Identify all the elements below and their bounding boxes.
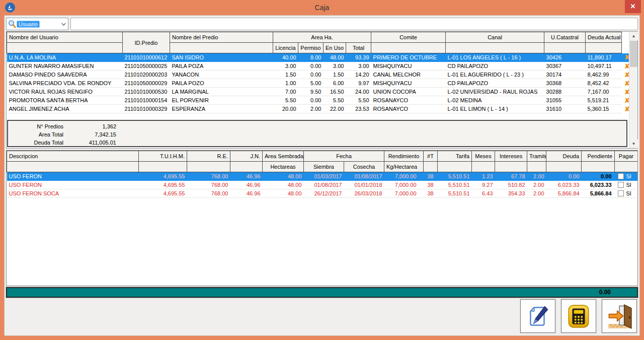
area-total: 23.53 bbox=[346, 105, 371, 113]
charge-meses: 9.27 bbox=[472, 181, 495, 189]
col-header-meses: Meses bbox=[472, 151, 495, 162]
users-table: Nombre del Usuario ID.Predio Nombre del … bbox=[7, 32, 633, 113]
predio-name: SAN ISIDRO bbox=[170, 53, 273, 62]
pagar-checkbox[interactable] bbox=[618, 190, 624, 196]
pagar-checkbox[interactable] bbox=[618, 182, 624, 188]
deuda-actual: 7,167.00 bbox=[586, 88, 622, 96]
comite: MISHQUIYACU bbox=[371, 62, 446, 71]
scrollbar-thumb[interactable] bbox=[630, 41, 637, 67]
deuda-actual: 8,462.99 bbox=[586, 71, 622, 79]
user-name: SALVINA PRECIADO VDA. DE RONDOY bbox=[7, 79, 123, 88]
col-header-tarifa: Tarifa bbox=[438, 151, 472, 162]
charge-fecha-siembra: 01/03/2017 bbox=[304, 172, 344, 181]
predio-id: 21101020000203 bbox=[123, 71, 170, 79]
pagar-label: SI bbox=[626, 173, 631, 179]
col-header-deuda: Deuda bbox=[546, 151, 582, 162]
search-input[interactable] bbox=[70, 18, 638, 30]
charge-jn: 46.96 bbox=[230, 189, 263, 198]
user-name: GUNTER NAVARRO AMASIFUEN bbox=[7, 62, 123, 71]
charge-hectareas: 48.00 bbox=[263, 181, 304, 189]
close-icon: ✕ bbox=[630, 3, 636, 10]
charge-pendiente: 0.00 bbox=[582, 172, 615, 181]
unidad-catastral: 30368 bbox=[544, 79, 586, 88]
canal: L-02 UNIVERSIDAD - RAUL ROJAS bbox=[446, 88, 544, 96]
charge-t: 38 bbox=[424, 189, 438, 198]
charge-rendimiento: 7,000.00 bbox=[384, 172, 424, 181]
charge-pendiente: 5,866.84 bbox=[582, 189, 615, 198]
col-header-id-predio: ID.Predio bbox=[123, 32, 170, 53]
search-category-combo[interactable]: Usuario bbox=[6, 18, 68, 30]
charge-tarifa: 5,510.51 bbox=[438, 189, 472, 198]
charge-rendimiento: 7,000.00 bbox=[384, 189, 424, 198]
area-licencia: 3.00 bbox=[273, 62, 298, 71]
col-header-kg-hectarea: Kg/Hectarea bbox=[384, 162, 424, 172]
charges-table-row[interactable]: USO FERON 4,695.55 768.00 46.96 48.00 01… bbox=[7, 181, 638, 189]
edit-button[interactable] bbox=[520, 299, 555, 333]
area-licencia: 1.50 bbox=[273, 71, 298, 79]
comite: ROSANAYCO bbox=[371, 96, 446, 105]
total-bar: 0.00 bbox=[6, 287, 638, 298]
area-permiso: 2.00 bbox=[298, 105, 324, 113]
col-header-canal: Canal bbox=[446, 32, 544, 43]
calculator-icon bbox=[566, 304, 591, 329]
charge-rendimiento: 7,000.00 bbox=[384, 181, 424, 189]
users-table-row[interactable]: DAMASO PINEDO SAAVEDRA 21101020000203 YA… bbox=[7, 71, 633, 79]
col-header-pagar: Pagar bbox=[615, 151, 638, 162]
charge-t: 38 bbox=[424, 172, 438, 181]
search-row: Usuario bbox=[6, 18, 638, 30]
predio-name: ESPERANZA bbox=[170, 105, 273, 113]
edit-document-icon bbox=[525, 304, 550, 329]
col-header-area-sembrada: Area Sembrada bbox=[263, 151, 304, 162]
comite: ROSANAYCO bbox=[371, 105, 446, 113]
predio-name: YANACON bbox=[170, 71, 273, 79]
unidad-catastral: 30426 bbox=[544, 53, 586, 62]
col-header-catastral: U.Catastral bbox=[544, 32, 586, 43]
scroll-up-icon[interactable]: ▲ bbox=[629, 32, 638, 40]
predio-name: LA MARGINAL bbox=[170, 88, 273, 96]
deuda-actual: 5,360.15 bbox=[586, 105, 622, 113]
area-permiso: 9.50 bbox=[298, 88, 324, 96]
scroll-down-icon[interactable]: ▼ bbox=[629, 140, 638, 148]
deuda-actual: 11,890.17 bbox=[586, 53, 622, 62]
charge-fecha-siembra: 26/12/2017 bbox=[304, 189, 344, 198]
area-permiso: 0.00 bbox=[298, 96, 324, 105]
calculator-button[interactable] bbox=[561, 299, 596, 333]
charge-intereses: 67.78 bbox=[495, 172, 527, 181]
summary-box: N° Predios 1,362 Area Total 7,342.15 Deu… bbox=[7, 120, 627, 147]
users-table-row[interactable]: PROMOTORA SANTA BERTHA 21101010000154 EL… bbox=[7, 96, 633, 105]
exit-door-icon bbox=[606, 303, 632, 329]
users-table-row[interactable]: SALVINA PRECIADO VDA. DE RONDOY 21101050… bbox=[7, 79, 633, 88]
col-header-comite: Comite bbox=[371, 32, 446, 43]
charge-description: USO FERON bbox=[7, 172, 139, 181]
pagar-checkbox[interactable] bbox=[618, 173, 624, 179]
summary-row: Area Total 7,342.15 bbox=[8, 130, 626, 139]
close-button[interactable]: ✕ bbox=[625, 0, 641, 13]
unidad-catastral: 31055 bbox=[544, 96, 586, 105]
users-scrollbar[interactable]: ▲ ▼ bbox=[629, 32, 637, 148]
area-licencia: 7.00 bbox=[273, 88, 298, 96]
col-header-intereses: Intereses bbox=[495, 151, 527, 162]
col-header-jn: J.N. bbox=[230, 151, 263, 162]
exit-button[interactable] bbox=[602, 299, 637, 333]
users-table-row[interactable]: U.N.A. LA MOLINA 21101010000612 SAN ISID… bbox=[7, 53, 633, 62]
charge-intereses: 510.82 bbox=[495, 181, 527, 189]
area-total: 14.20 bbox=[346, 71, 371, 79]
col-header-en-uso: En Uso bbox=[324, 43, 346, 53]
charges-table-row[interactable]: USO FERON 4,695.55 768.00 46.96 48.00 01… bbox=[7, 172, 638, 181]
area-permiso: 0.00 bbox=[298, 62, 324, 71]
content-area: Usuario Nombre del Usuario ID.Predio bbox=[4, 15, 640, 336]
col-header-tuihm: T.U.I.H.M. bbox=[139, 151, 187, 162]
chevron-down-icon[interactable] bbox=[61, 21, 66, 26]
charges-table-row[interactable]: USO FERON SOCA 4,695.55 768.00 46.96 48.… bbox=[7, 189, 638, 198]
comite: CANAL MELCHOR bbox=[371, 71, 446, 79]
summary-label: Area Total bbox=[8, 131, 63, 138]
area-licencia: 5.50 bbox=[273, 96, 298, 105]
users-table-row[interactable]: VICTOR RAUL ROJAS RENGIFO 21101010000530… bbox=[7, 88, 633, 96]
charge-tuihm: 4,695.55 bbox=[139, 189, 187, 198]
col-header-nombre-usuario: Nombre del Usuario bbox=[7, 32, 123, 43]
users-table-row[interactable]: GUNTER NAVARRO AMASIFUEN 21101050000025 … bbox=[7, 62, 633, 71]
users-table-row[interactable]: ANGEL JIMENEZ ACHA 21101010000329 ESPERA… bbox=[7, 105, 633, 113]
charge-t: 38 bbox=[424, 181, 438, 189]
canal: L-01 LOS ANGELES ( L - 16 ) bbox=[446, 53, 544, 62]
col-header-pendiente: Pendiente bbox=[582, 151, 615, 162]
